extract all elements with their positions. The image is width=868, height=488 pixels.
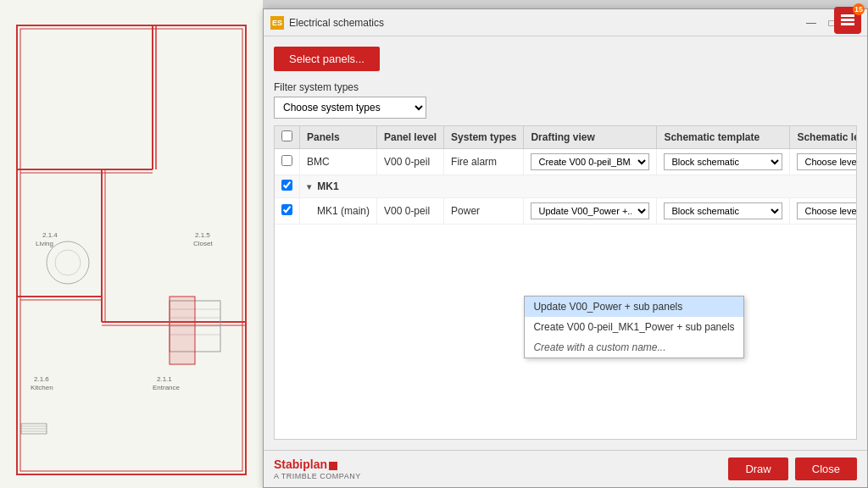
- svg-text:2.1.1: 2.1.1: [157, 375, 172, 383]
- notification-button[interactable]: 15: [834, 7, 861, 34]
- header-schematic-template: Schematic template: [657, 126, 790, 149]
- header-panels: Panels: [300, 126, 377, 149]
- bmc-system-types: Fire alarm: [444, 149, 524, 175]
- title-bar-left: ES Electrical schematics: [270, 16, 384, 30]
- dropdown-item-create[interactable]: Create V00 0-peil_MK1_Power + sub panels: [525, 317, 743, 337]
- svg-text:Kitchen: Kitchen: [31, 384, 53, 391]
- draw-button[interactable]: Draw: [728, 458, 787, 480]
- row-checkbox-cell[interactable]: [275, 149, 300, 175]
- mk1-group-checkbox-cell[interactable]: [275, 175, 300, 198]
- mk1-main-row: MK1 (main) V00 0-peil Power Update V00_P…: [275, 198, 857, 225]
- table-header-row: Panels Panel level System types Drafting…: [275, 126, 857, 149]
- close-button[interactable]: Close: [795, 458, 857, 480]
- expand-arrow-icon: ▾: [307, 182, 311, 191]
- notification-badge: 15: [853, 3, 865, 15]
- mk1-main-panel-level: V00 0-peil: [377, 198, 444, 225]
- svg-text:Entrance: Entrance: [153, 384, 181, 391]
- dropdown-item-update[interactable]: Update V00_Power + sub panels: [525, 297, 743, 317]
- bmc-drafting-view-cell[interactable]: Create V00 0-peil_BM...: [524, 149, 657, 175]
- mk1-main-schematic-template-cell[interactable]: Block schematic: [657, 198, 790, 225]
- system-types-filter[interactable]: Choose system types Fire alarm Power: [274, 97, 426, 119]
- svg-rect-35: [841, 23, 854, 25]
- svg-text:Living: Living: [36, 240, 53, 247]
- footer-buttons: Draw Close: [728, 458, 857, 480]
- bmc-panel-name: BMC: [300, 149, 377, 175]
- header-panel-level: Panel level: [377, 126, 444, 149]
- mk1-group-row: ▾ MK1: [275, 175, 857, 198]
- bmc-drafting-view-select[interactable]: Create V00 0-peil_BM...: [531, 153, 649, 170]
- bmc-schematic-template-select[interactable]: Block schematic: [664, 153, 782, 170]
- panels-table-container: Panels Panel level System types Drafting…: [274, 125, 857, 440]
- svg-rect-33: [841, 14, 854, 17]
- svg-text:2.1.5: 2.1.5: [195, 231, 210, 239]
- header-system-types: System types: [444, 126, 524, 149]
- cad-background: 2.1.4 Living 2.1.5 Closet 2.1.6 Kitchen …: [0, 0, 263, 488]
- electrical-schematics-dialog: ES Electrical schematics — □ ✕ Select pa…: [263, 8, 868, 488]
- svg-rect-28: [170, 297, 195, 364]
- bmc-schematic-levels-cell[interactable]: Choose levels: [790, 149, 857, 175]
- brand-sub: A TRIMBLE COMPANY: [274, 472, 361, 480]
- panels-table: Panels Panel level System types Drafting…: [275, 126, 857, 225]
- brand-name: Stabiplan: [274, 458, 361, 471]
- header-drafting-view: Drafting view: [524, 126, 657, 149]
- bmc-panel-level: V00 0-peil: [377, 149, 444, 175]
- bmc-checkbox[interactable]: [281, 155, 292, 166]
- mk1-main-checkbox[interactable]: [281, 204, 292, 215]
- mk1-group-checkbox[interactable]: [281, 180, 292, 191]
- app-icon: ES: [270, 16, 284, 30]
- dialog-title-bar: ES Electrical schematics — □ ✕: [264, 9, 867, 36]
- footer-brand: Stabiplan A TRIMBLE COMPANY: [274, 458, 361, 480]
- select-all-checkbox[interactable]: [281, 130, 292, 141]
- select-panels-button[interactable]: Select panels...: [274, 47, 380, 71]
- header-schematic-levels: Schematic levels: [790, 126, 857, 149]
- bmc-schematic-levels-select[interactable]: Choose levels: [797, 153, 857, 170]
- mk1-main-schematic-levels-select[interactable]: Choose levels: [797, 202, 857, 219]
- header-checkbox-cell: [275, 126, 300, 149]
- bmc-schematic-template-cell[interactable]: Block schematic: [657, 149, 790, 175]
- dropdown-item-custom[interactable]: Create with a custom name...: [525, 337, 743, 358]
- filter-label: Filter system types: [274, 81, 857, 93]
- filter-section: Filter system types Choose system types …: [274, 81, 857, 119]
- svg-rect-34: [841, 19, 854, 21]
- mk1-main-schematic-levels-cell[interactable]: Choose levels: [790, 198, 857, 225]
- mk1-main-checkbox-cell[interactable]: [275, 198, 300, 225]
- brand-icon: [329, 462, 337, 470]
- svg-text:2.1.4: 2.1.4: [42, 231, 58, 239]
- mk1-main-schematic-template-select[interactable]: Block schematic: [664, 202, 782, 219]
- dialog-title: Electrical schematics: [289, 17, 384, 29]
- svg-text:2.1.6: 2.1.6: [34, 375, 49, 383]
- drafting-view-dropdown-menu: Update V00_Power + sub panels Create V00…: [524, 296, 743, 358]
- svg-text:Closet: Closet: [193, 240, 213, 247]
- dialog-content: Select panels... Filter system types Cho…: [264, 36, 867, 450]
- table-row: BMC V00 0-peil Fire alarm Create V00 0-p…: [275, 149, 857, 175]
- dialog-footer: Stabiplan A TRIMBLE COMPANY Draw Close: [264, 450, 867, 487]
- mk1-main-drafting-view-cell[interactable]: Update V00_Power +... Update V00_Power +…: [524, 198, 657, 225]
- minimize-button[interactable]: —: [803, 14, 820, 31]
- mk1-main-system-types: Power: [444, 198, 524, 225]
- mk1-main-drafting-view-select[interactable]: Update V00_Power +...: [531, 202, 649, 219]
- mk1-group-label: ▾ MK1: [300, 175, 858, 198]
- mk1-main-panel-name: MK1 (main): [300, 198, 377, 225]
